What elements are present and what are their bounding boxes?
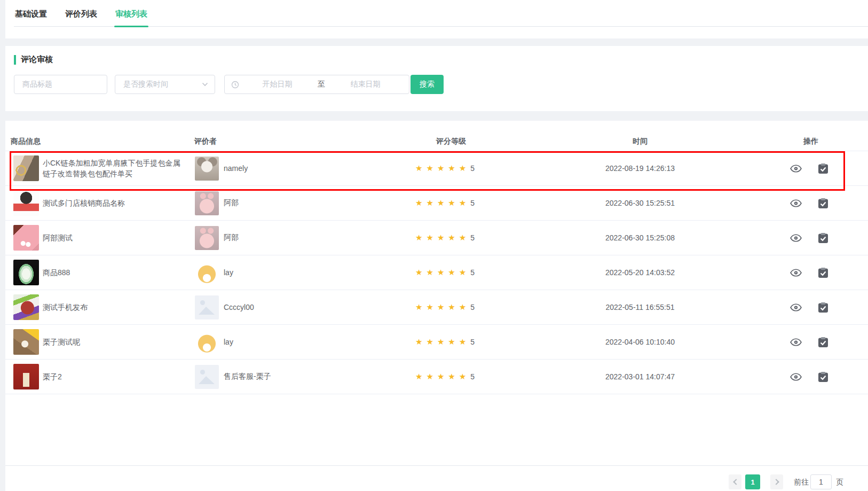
reviewer-avatar	[195, 365, 219, 389]
product-image	[13, 329, 39, 355]
header-reviewer: 评价者	[194, 133, 217, 150]
table-row: 测试手机发布 Ccccyl00 ★★★★★ 5 2022-05-11 16:55…	[5, 290, 868, 325]
reviewer-cell: Ccccyl00	[195, 290, 371, 324]
tab-review-list[interactable]: 评价列表	[64, 9, 98, 26]
eye-icon	[790, 303, 802, 311]
section-title: 评论审核	[14, 54, 53, 65]
eye-icon	[790, 165, 802, 173]
view-review-button[interactable]	[788, 265, 803, 280]
approve-review-button[interactable]	[816, 334, 831, 349]
reviewer-cell: lay	[195, 255, 371, 290]
star-icon: ★	[448, 233, 455, 242]
reviewer-name: 售后客服-栗子	[224, 372, 271, 381]
time-cell: 2022-06-30 15:25:08	[587, 221, 693, 255]
pagination-page-unit-label: 页	[836, 474, 843, 489]
view-review-button[interactable]	[788, 230, 803, 245]
view-review-button[interactable]	[788, 196, 803, 211]
approve-review-button[interactable]	[816, 196, 831, 211]
product-title: 小CK链条加粗加宽单肩腋下包手提包金属链子改造替换包包配件单买	[43, 158, 183, 179]
rating-value: 5	[470, 303, 475, 311]
rating-cell: ★★★★★ 5	[415, 290, 475, 324]
tab-audit-list[interactable]: 审核列表	[114, 9, 148, 26]
reviewer-avatar	[195, 191, 219, 215]
time-search-placeholder: 是否搜索时间	[123, 80, 168, 89]
table-row: 阿部测试 阿部 ★★★★★ 5 2022-06-30 15:25:08	[5, 221, 868, 255]
tabs-card: 基础设置 评价列表 审核列表	[5, 0, 868, 38]
table-bottom-divider	[5, 465, 868, 466]
product-image	[13, 155, 39, 181]
reviewer-name: namely	[224, 164, 248, 173]
pagination-prev-button[interactable]	[729, 474, 741, 489]
star-icon: ★	[437, 372, 444, 381]
product-cell: 测试手机发布	[13, 290, 192, 324]
pagination-page-input[interactable]	[810, 474, 832, 489]
star-icon: ★	[426, 337, 433, 346]
table-row: 测试多门店核销商品名称 阿部 ★★★★★ 5 2022-06-30 15:25:…	[5, 186, 868, 221]
approve-review-button[interactable]	[816, 161, 831, 176]
product-cell: 小CK链条加粗加宽单肩腋下包手提包金属链子改造替换包包配件单买	[13, 151, 192, 185]
review-time: 2022-05-20 14:03:52	[605, 268, 675, 277]
table-row: 栗子2 售后客服-栗子 ★★★★★ 5 2022-03-01 14:07:47	[5, 360, 868, 394]
approve-review-button[interactable]	[816, 369, 831, 384]
approve-review-button[interactable]	[816, 265, 831, 280]
approve-review-button[interactable]	[816, 300, 831, 315]
reviewer-avatar	[195, 295, 219, 319]
date-range-picker[interactable]: 开始日期 至 结束日期	[224, 75, 409, 94]
star-rating: ★★★★★	[415, 199, 470, 207]
star-rating: ★★★★★	[415, 338, 470, 346]
product-cell: 测试多门店核销商品名称	[13, 186, 192, 220]
start-date-placeholder: 开始日期	[239, 80, 315, 89]
time-cell: 2022-04-06 10:10:40	[587, 325, 693, 359]
pagination-next-button[interactable]	[770, 474, 783, 489]
view-review-button[interactable]	[788, 300, 803, 315]
time-cell: 2022-05-20 14:03:52	[587, 255, 693, 290]
time-search-select[interactable]: 是否搜索时间	[115, 75, 215, 94]
rating-value: 5	[470, 199, 475, 207]
section-title-text: 评论审核	[21, 54, 53, 65]
rating-value: 5	[470, 164, 475, 173]
view-review-button[interactable]	[788, 334, 803, 349]
star-icon: ★	[415, 372, 422, 381]
star-icon: ★	[448, 337, 455, 346]
star-icon: ★	[459, 337, 466, 346]
product-image	[13, 190, 39, 216]
eye-icon	[790, 373, 802, 381]
product-image	[13, 225, 39, 251]
reviewer-avatar	[195, 157, 219, 181]
tab-bar: 基础设置 评价列表 审核列表	[14, 0, 868, 27]
check-square-icon	[818, 198, 828, 208]
eye-icon	[790, 234, 802, 242]
rating-value: 5	[470, 233, 475, 242]
header-product-info: 商品信息	[11, 133, 41, 150]
star-icon: ★	[448, 268, 455, 277]
table-row: 栗子测试呢 lay ★★★★★ 5 2022-04-06 10:10:40	[5, 325, 868, 360]
reviewer-avatar	[195, 330, 219, 354]
star-icon: ★	[437, 337, 444, 346]
view-review-button[interactable]	[788, 161, 803, 176]
approve-review-button[interactable]	[816, 230, 831, 245]
title-accent-bar	[14, 55, 16, 65]
review-time: 2022-06-30 15:25:08	[605, 233, 675, 242]
chevron-left-icon	[733, 479, 739, 485]
product-image	[13, 260, 39, 285]
review-time: 2022-04-06 10:10:40	[605, 338, 675, 346]
pagination-goto-label: 前往	[794, 474, 809, 489]
product-image	[13, 294, 39, 320]
rating-cell: ★★★★★ 5	[415, 221, 475, 255]
pagination-page-1-button[interactable]: 1	[745, 474, 760, 489]
review-time: 2022-05-11 16:55:51	[606, 303, 675, 311]
tab-basic-settings[interactable]: 基础设置	[14, 9, 48, 26]
star-icon: ★	[415, 198, 422, 207]
search-button[interactable]: 搜索	[411, 75, 444, 94]
product-title-placeholder: 商品标题	[22, 80, 52, 89]
time-cell: 2022-06-30 15:25:51	[587, 186, 693, 220]
table-row: 商品888 lay ★★★★★ 5 2022-05-20 14:03:52	[5, 255, 868, 290]
star-icon: ★	[448, 302, 455, 311]
star-icon: ★	[459, 198, 466, 207]
view-review-button[interactable]	[788, 369, 803, 384]
product-title-input[interactable]: 商品标题	[14, 75, 107, 94]
product-cell: 栗子2	[13, 360, 192, 394]
rating-value: 5	[470, 338, 475, 346]
rating-cell: ★★★★★ 5	[415, 255, 475, 290]
reviewer-cell: 售后客服-栗子	[195, 360, 371, 394]
